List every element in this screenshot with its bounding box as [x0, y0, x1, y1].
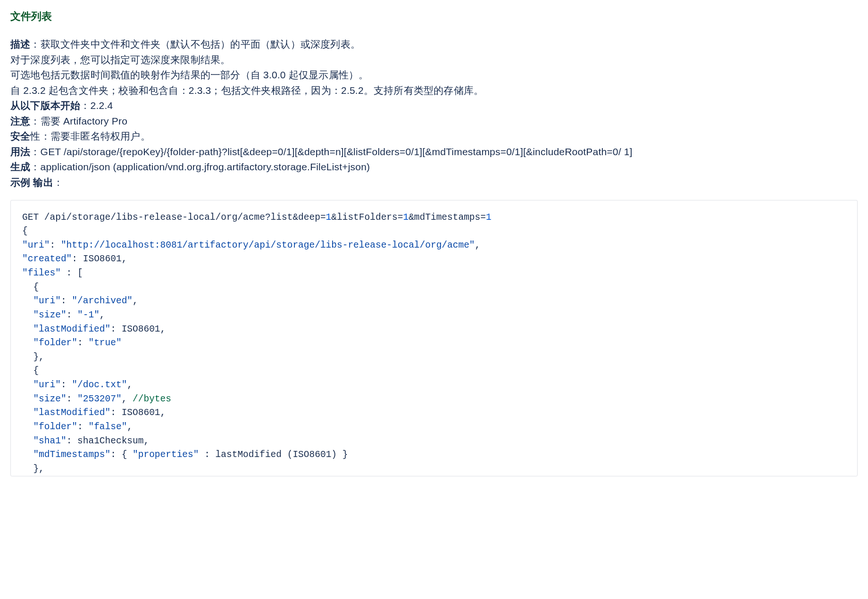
code-l14-cmt: //bytes	[133, 394, 171, 404]
desc-line-9: 生成：application/json (application/vnd.org…	[10, 159, 858, 175]
code-l16-c: "false"	[88, 422, 127, 432]
desc-line-6: 注意：需要 Artifactory Pro	[10, 114, 858, 129]
code-l7-a: "uri"	[22, 296, 61, 306]
desc-body-1: 获取文件夹中文件和文件夹（默认不包括）的平面（默认）或深度列表。	[41, 39, 360, 50]
val-produces: ：application/json (application/vnd.org.j…	[30, 161, 370, 172]
val-security: 需要非匿名特权用户。	[50, 131, 150, 141]
code-l3-d: ,	[475, 240, 481, 250]
desc-line-4: 自 2.3.2 起包含文件夹；校验和包含自：2.3.3；包括文件夹根路径，因为：…	[10, 83, 858, 99]
code-l6: {	[22, 282, 39, 292]
code-l17-b: : sha1Checksum,	[67, 436, 150, 446]
code-l7-c: "/archived"	[72, 296, 133, 306]
code-l14-a: "size"	[22, 394, 67, 404]
code-l1-a: GET /api/storage/libs-release-local/org/…	[22, 212, 326, 223]
code-l14-c: "253207"	[77, 394, 122, 404]
label-description: 描述	[10, 39, 30, 50]
code-l4-a: "created"	[22, 254, 72, 264]
desc-line-1: 描述：获取文件夹中文件和文件夹（默认不包括）的平面（默认）或深度列表。	[10, 37, 858, 52]
code-l19: },	[22, 464, 44, 474]
code-l10-c: "true"	[88, 338, 121, 348]
code-l18-b: : {	[110, 449, 133, 460]
val-since: ：2.2.4	[80, 100, 113, 111]
code-l7-d: ,	[133, 296, 138, 306]
mid-security: 性：	[30, 131, 50, 141]
code-l10-b: :	[77, 338, 88, 348]
sep: ：	[30, 39, 40, 50]
label-note: 注意	[10, 116, 30, 126]
code-l1-b: &listFolders=	[331, 212, 403, 223]
code-l9-a: "lastModified"	[22, 324, 110, 334]
code-l1-n1: 1	[326, 212, 332, 223]
label-since: 从以下版本开始	[10, 100, 80, 111]
desc-line-8: 用法：GET /api/storage/{repoKey}/{folder-pa…	[10, 144, 858, 160]
code-l15-b: : ISO8601,	[110, 408, 166, 418]
code-l13-a: "uri"	[22, 380, 61, 390]
label-produces: 生成	[10, 161, 30, 172]
code-l12: {	[22, 366, 39, 376]
code-l16-a: "folder"	[22, 422, 77, 432]
section-title: 文件列表	[10, 8, 858, 25]
code-l8-c: "-1"	[77, 310, 100, 320]
desc-line-3: 可选地包括元数据时间戳值的映射作为结果的一部分（自 3.0.0 起仅显示属性）。	[10, 67, 858, 83]
code-l14-d: ,	[122, 394, 133, 404]
desc-line-2: 对于深度列表，您可以指定可选深度来限制结果。	[10, 52, 858, 68]
val-note: ：需要 Artifactory Pro	[30, 116, 127, 126]
label-security: 安全	[10, 131, 30, 141]
code-l18-d: : lastModified (ISO8601) }	[199, 449, 348, 460]
code-l1-n3: 1	[486, 212, 492, 223]
code-l2: {	[22, 226, 28, 236]
code-l7-b: :	[61, 296, 72, 306]
code-l11: },	[22, 352, 44, 362]
code-l1-n2: 1	[403, 212, 409, 223]
code-l10-a: "folder"	[22, 338, 77, 348]
code-l13-d: ,	[127, 380, 133, 390]
label-usage: 用法	[10, 146, 30, 157]
val-usage: ：GET /api/storage/{repoKey}/{folder-path…	[30, 146, 632, 157]
desc-line-7: 安全性：需要非匿名特权用户。	[10, 129, 858, 144]
code-l8-a: "size"	[22, 310, 67, 320]
code-l18-c: "properties"	[133, 449, 199, 460]
code-l4-b: : ISO8601,	[72, 254, 127, 264]
code-l13-b: :	[61, 380, 72, 390]
code-l9-b: : ISO8601,	[110, 324, 166, 334]
label-example: 示例 输出	[10, 177, 53, 188]
code-l8-b: :	[67, 310, 77, 320]
code-l5-a: "files"	[22, 268, 61, 278]
code-l5-b: : [	[61, 268, 83, 278]
code-l16-b: :	[77, 422, 88, 432]
val-example: ：	[53, 177, 63, 188]
description-block: 描述：获取文件夹中文件和文件夹（默认不包括）的平面（默认）或深度列表。 对于深度…	[10, 37, 858, 190]
code-l3-c: "http://localhost:8081/artifactory/api/s…	[61, 240, 475, 250]
code-l17-a: "sha1"	[22, 436, 67, 446]
code-l8-d: ,	[100, 310, 105, 320]
code-l3-b: :	[50, 240, 61, 250]
code-l14-b: :	[67, 394, 77, 404]
code-block: GET /api/storage/libs-release-local/org/…	[10, 200, 858, 477]
code-l16-d: ,	[127, 422, 133, 432]
code-l18-a: "mdTimestamps"	[22, 449, 110, 460]
code-l15-a: "lastModified"	[22, 408, 110, 418]
code-l13-c: "/doc.txt"	[72, 380, 127, 390]
code-l1-c: &mdTimestamps=	[409, 212, 486, 223]
desc-line-10: 示例 输出：	[10, 175, 858, 191]
code-l3-a: "uri"	[22, 240, 50, 250]
desc-line-5: 从以下版本开始：2.2.4	[10, 98, 858, 114]
